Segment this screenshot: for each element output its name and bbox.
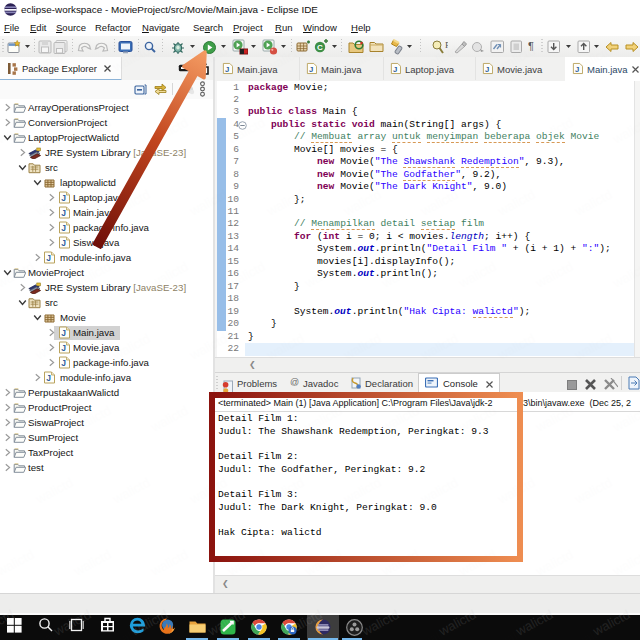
svg-text:J: J [309, 65, 313, 74]
svg-text:J: J [46, 253, 51, 263]
svg-text:J: J [46, 373, 51, 383]
svg-text:J: J [393, 65, 397, 74]
svg-text:J: J [575, 65, 579, 74]
svg-text:J: J [485, 65, 489, 74]
svg-text:J: J [61, 328, 66, 338]
svg-text:P: P [445, 40, 448, 50]
svg-text:J: J [61, 223, 66, 233]
svg-text:J: J [61, 208, 66, 218]
svg-text:C: C [317, 43, 323, 52]
svg-text:J: J [61, 343, 66, 353]
svg-text:J: J [61, 358, 66, 368]
svg-text:J: J [225, 65, 229, 74]
svg-text:J: J [61, 238, 66, 248]
svg-text:J: J [61, 193, 66, 203]
